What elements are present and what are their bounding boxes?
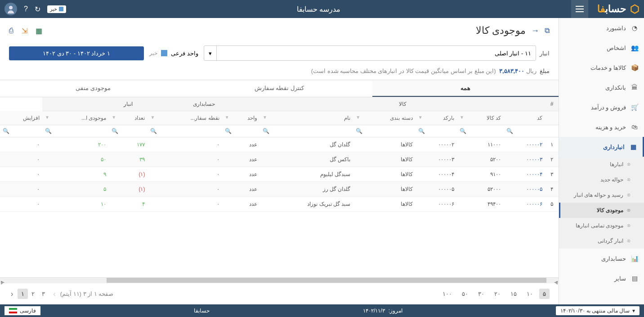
filter-icon[interactable]: ▼	[263, 115, 267, 120]
sidebar-label: داشبورد	[606, 25, 626, 32]
row-code[interactable]: ۰۰۰۰۰۳	[504, 152, 545, 167]
scroll-thumb[interactable]	[107, 278, 546, 283]
row-code[interactable]: ۰۰۰۰۰۶	[504, 197, 545, 212]
sync-icon[interactable]: ↻	[35, 5, 40, 14]
col-header-stock[interactable]: ▼موجودی ا...	[42, 111, 109, 125]
language-selector[interactable]: فارسی	[4, 306, 40, 315]
sidebar-item-banking[interactable]: 🏛بانکداری	[559, 77, 644, 97]
search-cell[interactable]: 🔍	[109, 125, 148, 137]
col-header[interactable]	[545, 111, 559, 125]
col-header-qty[interactable]: ▼تعداد	[109, 111, 148, 125]
hamburger-menu[interactable]	[571, 0, 588, 18]
filter-icon[interactable]: ▼	[45, 115, 49, 120]
sidebar-item-products[interactable]: 📦کالاها و خدمات	[559, 58, 644, 77]
col-header-name[interactable]: ▼نام	[260, 111, 353, 125]
prev-page-icon[interactable]: ›	[51, 290, 57, 298]
fiscal-year-select[interactable]: ▾ سال مالی منتهی به ۱۴۰۲/۱۰/۳۰	[556, 306, 640, 315]
row-code[interactable]: ۰۰۰۰۰۲	[504, 137, 545, 152]
copy-icon[interactable]: ⧉	[545, 27, 550, 35]
toggle-icon	[161, 50, 167, 56]
sub-item-all-stock[interactable]: ⦿موجودی تمامی انبارها	[559, 218, 644, 233]
table-row[interactable]: ۳۰۰۰۰۰۴۹۱۰۰۰۰۰۰۰۴کالاهاسبدگل لیلیومعدد۰(…	[0, 167, 559, 182]
search-cell[interactable]: 🔍	[222, 125, 260, 137]
page-size-option[interactable]: ۳۰	[474, 289, 488, 299]
help-icon[interactable]: ?	[24, 5, 28, 13]
horizontal-scrollbar[interactable]: ◂ ▸	[0, 277, 559, 283]
sub-item-receipts[interactable]: ⦿رسید و حواله های انبار	[559, 187, 644, 203]
print-icon[interactable]: ⎙	[9, 27, 13, 35]
group-header: حسابداری	[148, 97, 260, 111]
search-cell[interactable]: 🔍	[260, 125, 353, 137]
table-row[interactable]: ۱۰۰۰۰۰۲۱۱۰۰۰۰۰۰۰۰۲کالاهاگلدان گلعدد۰۱۷۷۲…	[0, 137, 559, 152]
page-size-option[interactable]: ۵	[539, 289, 550, 299]
export-icons: ▦ ⇲ ⎙	[9, 27, 42, 35]
sub-item-new-transfer[interactable]: ⦿حواله جدید	[559, 172, 644, 187]
sidebar-item-warehouse[interactable]: ▦انبارداری	[559, 137, 644, 157]
row-code[interactable]: ۰۰۰۰۰۵	[504, 182, 545, 197]
col-header-barcode[interactable]: ▼بارکد	[416, 111, 457, 125]
amount-note: (این مبلغ بر اساس میانگین قیمت کالا در ا…	[311, 68, 496, 74]
sub-item-stock[interactable]: ⦿موجودی کالا	[559, 203, 644, 218]
sidebar-item-other[interactable]: ▤سایر	[559, 268, 644, 288]
avatar[interactable]	[4, 3, 17, 15]
row-code[interactable]: ۰۰۰۰۰۴	[504, 167, 545, 182]
sub-label: رسید و حواله های انبار	[574, 192, 623, 198]
col-header-inc[interactable]: افزایش	[0, 111, 42, 125]
page-number[interactable]: ۳	[38, 289, 49, 299]
filter-icon[interactable]: ▼	[418, 115, 423, 120]
filter-icon[interactable]: ▼	[112, 115, 116, 120]
search-cell[interactable]: 🔍	[148, 125, 222, 137]
table-row[interactable]: ۴۰۰۰۰۰۵۵۲۰۰۰۰۰۰۰۰۵کالاهاگلدان گل رزعدد۰(…	[0, 182, 559, 197]
search-cell[interactable]: 🔍	[0, 125, 42, 137]
page-info: صفحه ۱ از ۳ (۱۱ آیتم)	[60, 290, 114, 297]
tab-all[interactable]: همه	[372, 80, 559, 97]
page-size-option[interactable]: ۱۰۰	[439, 289, 456, 299]
col-header-reorder[interactable]: ▼نقطه سفار...	[148, 111, 222, 125]
table-row[interactable]: ۵۰۰۰۰۰۶۴۹۴۰۰۰۰۰۰۰۶کالاهاسبد گل تبریک نوز…	[0, 197, 559, 212]
sub-item-warehouses[interactable]: ⦿انبارها	[559, 157, 644, 172]
page-size-option[interactable]: ۵۰	[458, 289, 472, 299]
row-unit: عدد	[222, 167, 260, 182]
page-number[interactable]: ۱	[18, 289, 28, 299]
pagination: ۵۱۰۱۵۲۰۳۰۵۰۱۰۰ صفحه ۱ از ۳ (۱۱ آیتم) › ۱…	[0, 283, 559, 304]
sidebar-item-purchase[interactable]: 🛍خرید و هزینه	[559, 117, 644, 137]
tab-negative[interactable]: موجودی منفی	[0, 80, 186, 97]
filter-icon[interactable]: ▼	[150, 115, 155, 120]
file-export-icon[interactable]: ⇲	[22, 27, 27, 35]
search-cell[interactable]: 🔍	[416, 125, 457, 137]
row-unit: عدد	[222, 152, 260, 167]
sidebar-item-people[interactable]: 👥اشخاص	[559, 38, 644, 58]
search-cell[interactable]: 🔍	[457, 125, 504, 137]
search-cell[interactable]: 🔍	[504, 125, 545, 137]
excel-export-icon[interactable]: ▦	[36, 27, 42, 35]
sub-item-count[interactable]: ⦿انبار گردانی	[559, 233, 644, 249]
back-arrow-icon[interactable]: →	[531, 26, 539, 36]
page-size-option[interactable]: ۲۰	[491, 289, 504, 299]
next-page-icon[interactable]: ‹	[9, 290, 15, 298]
bank-icon: 🏛	[631, 84, 639, 91]
svg-point-0	[9, 6, 13, 9]
status-badge[interactable]: خیر	[47, 5, 66, 13]
sub-unit-toggle[interactable]: واحد فرعی خیر	[149, 50, 198, 57]
warehouse-select[interactable]: ۱۱ - انبار اصلی ▾	[204, 45, 536, 61]
col-header-code[interactable]: کد	[504, 111, 545, 125]
filter-icon[interactable]: ▼	[460, 115, 464, 120]
page-size-option[interactable]: ۱۰	[523, 289, 537, 299]
col-header-unit[interactable]: ▼واحد	[222, 111, 260, 125]
sidebar-item-dashboard[interactable]: ◔داشبورد	[559, 18, 644, 38]
filter-icon[interactable]: ▼	[356, 115, 360, 120]
page-number[interactable]: ۲	[28, 289, 38, 299]
row-stock: ۵	[42, 182, 109, 197]
sidebar-item-sales[interactable]: 🛒فروش و درآمد	[559, 97, 644, 117]
date-range-picker[interactable]: ۱ خرداد ۱۴۰۲ - ۳۰ دی ۱۴۰۲	[9, 46, 144, 60]
search-cell[interactable]: 🔍	[353, 125, 416, 137]
col-header-itemcode[interactable]: ▼کد کالا	[457, 111, 504, 125]
col-header-cat[interactable]: ▼دسته بندی	[353, 111, 416, 125]
row-itemcode: ۵۲۰۰	[457, 152, 504, 167]
sidebar-item-accounting[interactable]: 📊حسابداری	[559, 249, 644, 268]
page-size-option[interactable]: ۱۵	[507, 289, 520, 299]
tab-reorder[interactable]: کنترل نقطه سفارش	[186, 80, 372, 97]
table-row[interactable]: ۲۰۰۰۰۰۳۵۲۰۰۰۰۰۰۰۳کالاهاباکس گلعدد۰۳۹۵۰۰	[0, 152, 559, 167]
filter-icon[interactable]: ▼	[225, 115, 229, 120]
search-cell[interactable]: 🔍	[42, 125, 109, 137]
